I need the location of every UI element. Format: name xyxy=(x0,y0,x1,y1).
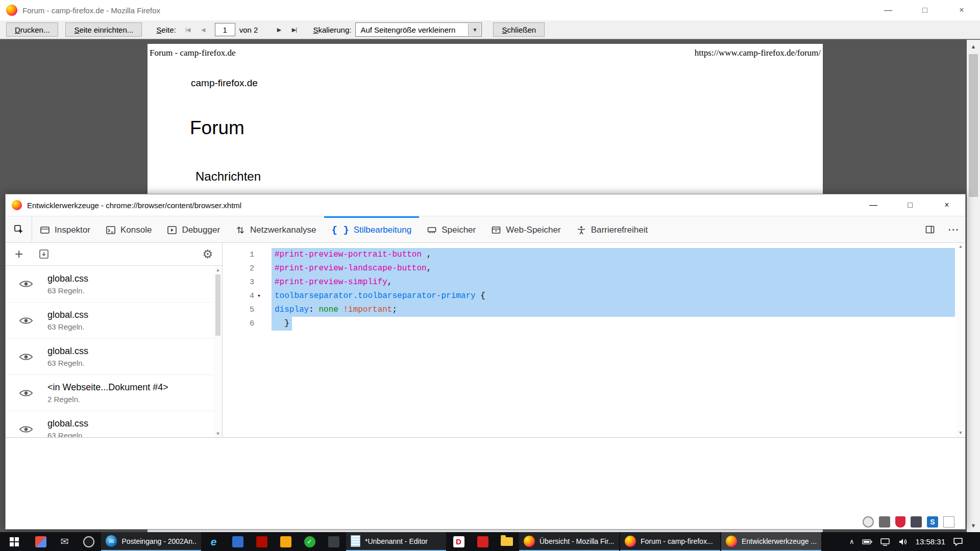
minimize-button[interactable]: — xyxy=(870,0,906,20)
minimize-button[interactable]: — xyxy=(855,194,892,216)
scroll-up-button[interactable]: ▲ xyxy=(956,243,965,251)
tray-expand-button[interactable]: ∧ xyxy=(849,538,854,545)
tab-stilbearbeitung[interactable]: { } Stilbearbeitung xyxy=(324,216,420,242)
volume-icon[interactable] xyxy=(898,537,908,547)
sidebar-scrollbar[interactable]: ▲ ▼ xyxy=(214,266,222,437)
mail-icon: ✉ xyxy=(61,536,69,547)
tab-konsole[interactable]: Konsole xyxy=(98,216,159,242)
taskbar-clock[interactable]: 13:58:31 xyxy=(916,537,945,546)
pinned-orange-app-icon[interactable] xyxy=(274,532,298,551)
stylesheet-item[interactable]: global.css63 Regeln. xyxy=(6,302,222,338)
tab-netzwerkanalyse[interactable]: Netzwerkanalyse xyxy=(228,216,324,242)
code-line[interactable]: 2 #print-preview-landscape-button, xyxy=(223,262,965,276)
pinned-dark-app-icon[interactable] xyxy=(322,532,346,551)
import-stylesheet-icon[interactable] xyxy=(38,248,50,260)
scroll-thumb[interactable] xyxy=(969,54,978,197)
tab-speicher[interactable]: Speicher xyxy=(419,216,483,242)
pinned-pdf-icon[interactable] xyxy=(250,532,274,551)
print-button[interactable]: Drucken... xyxy=(6,22,58,37)
new-stylesheet-button[interactable]: + xyxy=(15,247,23,261)
node-picker-button[interactable] xyxy=(6,216,32,242)
stylesheet-item[interactable]: global.css63 Regeln. xyxy=(6,266,222,302)
devtools-toolbar-actions: ⋯ xyxy=(918,216,965,242)
gear-icon[interactable]: ⚙ xyxy=(202,247,213,261)
battery-icon[interactable] xyxy=(862,537,872,547)
code-line[interactable]: 1 #print-preview-portrait-button , xyxy=(223,248,965,262)
code-line[interactable]: 6 } xyxy=(223,317,965,331)
dock-side-icon xyxy=(925,224,935,235)
pinned-mail-icon[interactable]: ✉ xyxy=(53,532,77,551)
close-button[interactable]: × xyxy=(943,0,980,20)
grid-icon[interactable] xyxy=(911,516,922,528)
taskbar-button-devtools[interactable]: Entwicklerwerkzeuge ... xyxy=(721,532,821,551)
eye-icon[interactable] xyxy=(19,280,33,288)
shield-icon[interactable] xyxy=(895,516,905,528)
scroll-down-button[interactable]: ▼ xyxy=(214,430,222,437)
taskbar-button-inbox[interactable]: ✉ Posteingang - 2002An... xyxy=(101,532,201,551)
app-icon xyxy=(232,536,243,547)
scroll-thumb[interactable] xyxy=(215,274,220,336)
s-badge-icon[interactable]: S xyxy=(927,516,938,528)
tab-inspektor[interactable]: Inspektor xyxy=(32,216,98,242)
code-line[interactable]: 5 display: none !important; xyxy=(223,303,965,317)
dock-button[interactable] xyxy=(918,216,942,242)
pinned-folder-icon[interactable] xyxy=(495,532,519,551)
pinned-deepl-icon[interactable]: D xyxy=(447,532,471,551)
document-icon[interactable] xyxy=(943,516,954,528)
code-line[interactable]: 4 ▾ toolbarseparator.toolbarseparator-pr… xyxy=(223,289,965,303)
eye-icon[interactable] xyxy=(19,425,33,434)
stylesheet-item[interactable]: <in Webseite...Dokument #4>2 Regeln. xyxy=(6,374,222,411)
preview-scrollbar[interactable]: ▲ ▼ xyxy=(967,40,980,532)
next-page-button[interactable]: ▶ xyxy=(271,23,286,36)
app-icon xyxy=(477,536,488,547)
scroll-up-button[interactable]: ▲ xyxy=(214,266,222,273)
start-button[interactable] xyxy=(0,532,29,551)
scale-select[interactable]: Auf Seitengröße verkleinern ▼ xyxy=(355,22,482,37)
fold-toggle-icon[interactable]: ▾ xyxy=(257,289,261,303)
stylesheet-item[interactable]: global.css63 Regeln. xyxy=(6,338,222,374)
tab-label: Barrierefreiheit xyxy=(591,225,648,235)
app-icon xyxy=(280,536,291,547)
stylesheet-name: <in Webseite...Dokument #4> xyxy=(47,382,168,393)
tab-label: Debugger xyxy=(182,225,220,235)
windows-logo-icon xyxy=(10,537,19,546)
first-page-button[interactable]: |◀ xyxy=(180,23,195,36)
grid-icon[interactable] xyxy=(879,516,890,528)
close-preview-button[interactable]: Schließen xyxy=(493,22,545,37)
pinned-check-app-icon[interactable]: ✓ xyxy=(298,532,322,551)
close-button[interactable]: × xyxy=(928,194,965,216)
eye-icon[interactable] xyxy=(19,316,33,325)
devtools-menu-button[interactable]: ⋯ xyxy=(942,216,965,242)
stylesheet-item[interactable]: global.css63 Regeln. xyxy=(6,411,222,437)
last-page-button[interactable]: ▶| xyxy=(286,23,302,36)
pinned-app-icon[interactable] xyxy=(29,532,53,551)
print-preview-titlebar: Forum - camp-firefox.de - Mozilla Firefo… xyxy=(0,0,980,20)
editor-scrollbar[interactable]: ▲ ▼ xyxy=(956,243,965,437)
scroll-down-button[interactable]: ▼ xyxy=(956,429,965,437)
tab-label: Inspektor xyxy=(55,225,90,235)
page-setup-button[interactable]: Seite einrichten... xyxy=(65,22,142,37)
network-icon[interactable] xyxy=(880,537,890,547)
maximize-button[interactable]: □ xyxy=(892,194,928,216)
scroll-up-button[interactable]: ▲ xyxy=(967,40,980,53)
taskbar-button-editor[interactable]: *Unbenannt - Editor xyxy=(346,532,446,551)
tab-web-speicher[interactable]: Web-Speicher xyxy=(483,216,568,242)
pinned-browser-icon[interactable] xyxy=(77,532,101,551)
code-editor[interactable]: 1 #print-preview-portrait-button , 2 #pr… xyxy=(223,243,965,437)
pinned-blue-app-icon[interactable] xyxy=(226,532,250,551)
tab-barrierefreiheit[interactable]: Barrierefreiheit xyxy=(569,216,656,242)
page-number-input[interactable] xyxy=(215,23,235,36)
tab-debugger[interactable]: Debugger xyxy=(159,216,228,242)
eye-icon[interactable] xyxy=(19,353,33,361)
eye-icon[interactable] xyxy=(19,389,33,397)
scroll-down-button[interactable]: ▼ xyxy=(967,519,980,532)
taskbar-button-forum[interactable]: Forum - camp-firefox... xyxy=(620,532,720,551)
maximize-button[interactable]: □ xyxy=(906,0,943,20)
taskbar-button-overview[interactable]: Übersicht - Mozilla Fir... xyxy=(519,532,619,551)
code-line[interactable]: 3 #print-preview-simplify, xyxy=(223,276,965,289)
pinned-ie-icon[interactable]: e xyxy=(202,532,226,551)
previous-page-button[interactable]: ◀ xyxy=(195,23,211,36)
action-center-icon[interactable] xyxy=(953,537,963,547)
pinned-red-app-icon[interactable] xyxy=(471,532,495,551)
circle-icon[interactable] xyxy=(863,516,874,528)
